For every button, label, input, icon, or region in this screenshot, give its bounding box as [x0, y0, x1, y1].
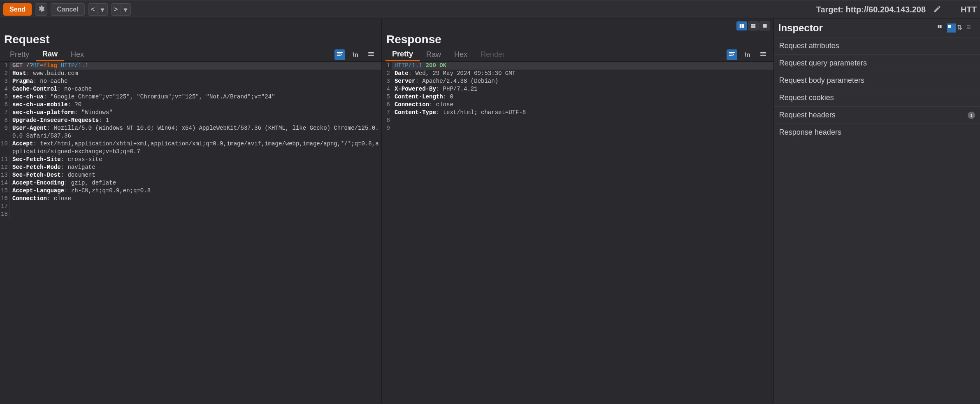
inspector-item[interactable]: Request cookies	[774, 89, 980, 107]
code-content[interactable]: Accept-Language: zh-CN,zh;q=0.9,en;q=0.8	[10, 187, 381, 195]
code-content[interactable]: Date: Wed, 29 May 2024 09:53:30 GMT	[392, 70, 773, 77]
response-pane: Response Pretty Raw Hex Render	[382, 19, 774, 404]
history-back-button[interactable]: <	[88, 3, 98, 16]
expand-icon: ⇅	[957, 24, 962, 31]
request-title: Request	[4, 33, 49, 46]
line-number: 17	[0, 203, 10, 210]
wrap-icon	[336, 50, 344, 59]
code-line: 9	[382, 124, 773, 132]
line-number: 10	[0, 140, 10, 148]
request-editor[interactable]: 1GET /?BE=flag HTTP/1.12Host: www.baidu.…	[0, 62, 381, 404]
wrap-lines-toggle[interactable]	[727, 49, 737, 60]
inspector-item-label: Response headers	[779, 128, 841, 137]
response-layout-controls	[736, 21, 770, 30]
code-line: 6Connection: close	[382, 101, 773, 109]
code-line: 8	[382, 117, 773, 124]
layout-single[interactable]	[759, 21, 770, 30]
wrap-lines-toggle[interactable]	[334, 49, 345, 60]
inspector-item[interactable]: Response headers	[774, 124, 980, 141]
inspector-item-label: Request attributes	[779, 42, 839, 50]
code-line: 15Accept-Language: zh-CN,zh;q=0.9,en;q=0…	[0, 187, 381, 195]
code-content[interactable]: Host: www.baidu.com	[10, 70, 381, 77]
code-content[interactable]: Sec-Fetch-Dest: document	[10, 171, 381, 179]
inspector-item[interactable]: Request query parameters	[774, 55, 980, 72]
protocol-label[interactable]: HTT	[961, 5, 977, 14]
line-number: 5	[0, 93, 10, 101]
hamburger-icon	[367, 50, 375, 59]
settings-button[interactable]	[35, 3, 47, 16]
code-content[interactable]: Server: Apache/2.4.38 (Debian)	[392, 77, 773, 85]
code-content[interactable]: Accept-Encoding: gzip, deflate	[10, 179, 381, 187]
code-line: 8Upgrade-Insecure-Requests: 1	[0, 117, 381, 124]
edit-target-button[interactable]	[933, 5, 941, 14]
code-content[interactable]: sec-ch-ua: "Google Chrome";v="125", "Chr…	[10, 93, 381, 101]
history-fwd-button[interactable]: >	[111, 3, 121, 16]
layout-split-horizontal[interactable]	[748, 21, 759, 30]
editor-menu[interactable]	[758, 49, 769, 60]
request-pane: Request Pretty Raw Hex \n 1GET /?BE=flag…	[0, 19, 382, 404]
svg-rect-2	[751, 24, 756, 26]
code-content[interactable]: Content-Type: text/html; charset=UTF-8	[392, 109, 773, 117]
code-content[interactable]: sec-ch-ua-mobile: ?0	[10, 101, 381, 109]
response-title: Response	[386, 33, 441, 46]
code-content[interactable]: User-Agent: Mozilla/5.0 (Windows NT 10.0…	[10, 124, 381, 140]
code-content[interactable]: Connection: close	[392, 101, 773, 109]
tab-raw[interactable]: Raw	[36, 48, 64, 61]
history-back-group: < ▾	[88, 3, 108, 16]
history-fwd-menu[interactable]: ▾	[121, 3, 131, 16]
line-number: 9	[0, 124, 10, 132]
line-number: 1	[382, 62, 392, 70]
inspector-title: Inspector	[778, 22, 936, 34]
code-content[interactable]: sec-ch-ua-platform: "Windows"	[10, 109, 381, 117]
inspector-layout-b[interactable]	[947, 23, 956, 33]
inspector-item[interactable]: Request headers1	[774, 107, 980, 124]
line-number: 1	[0, 62, 10, 70]
tab-raw[interactable]: Raw	[420, 48, 448, 61]
show-newlines-toggle[interactable]: \n	[742, 49, 753, 60]
history-back-menu[interactable]: ▾	[98, 3, 108, 16]
code-content[interactable]: Content-Length: 0	[392, 93, 773, 101]
tab-pretty[interactable]: Pretty	[385, 48, 420, 61]
inspector-collapse[interactable]: ≡	[967, 23, 976, 33]
code-content[interactable]: Cache-Control: no-cache	[10, 85, 381, 93]
inspector-item[interactable]: Request body parameters	[774, 72, 980, 89]
newline-icon: \n	[353, 51, 358, 58]
code-content[interactable]: GET /?BE=flag HTTP/1.1	[10, 62, 381, 70]
code-content[interactable]: Pragma: no-cache	[10, 77, 381, 85]
line-number: 6	[382, 101, 392, 109]
send-button[interactable]: Send	[3, 3, 32, 16]
tab-render[interactable]: Render	[474, 48, 511, 61]
line-number: 2	[0, 70, 10, 77]
code-content[interactable]: Accept: text/html,application/xhtml+xml,…	[10, 140, 381, 156]
tab-pretty[interactable]: Pretty	[3, 48, 36, 61]
inspector-expand[interactable]: ⇅	[957, 23, 966, 33]
inspector-layout-a[interactable]	[937, 23, 946, 33]
code-content[interactable]: Sec-Fetch-Site: cross-site	[10, 156, 381, 163]
inspector-item-label: Request headers	[779, 111, 836, 119]
code-line: 12Sec-Fetch-Mode: navigate	[0, 163, 381, 171]
code-content[interactable]: HTTP/1.1 200 OK	[392, 62, 773, 70]
code-content[interactable]: Upgrade-Insecure-Requests: 1	[10, 117, 381, 124]
response-viewer[interactable]: 1HTTP/1.1 200 OK2Date: Wed, 29 May 2024 …	[382, 62, 773, 404]
history-fwd-group: > ▾	[111, 3, 131, 16]
inspector-item[interactable]: Request attributes	[774, 37, 980, 55]
cancel-button[interactable]: Cancel	[51, 3, 84, 16]
tab-hex[interactable]: Hex	[64, 48, 91, 61]
code-line: 4Cache-Control: no-cache	[0, 85, 381, 93]
code-content[interactable]: X-Powered-By: PHP/7.4.21	[392, 85, 773, 93]
code-line: 14Accept-Encoding: gzip, deflate	[0, 179, 381, 187]
show-newlines-toggle[interactable]: \n	[350, 49, 361, 60]
inspector-item-label: Request query parameters	[779, 59, 867, 68]
target-url: http://60.204.143.208	[846, 5, 926, 14]
code-content[interactable]: Connection: close	[10, 195, 381, 203]
layout-split-vertical[interactable]	[736, 21, 747, 30]
chevron-down-icon: ▾	[124, 6, 127, 14]
collapse-icon: ≡	[967, 23, 971, 30]
code-line: 6sec-ch-ua-mobile: ?0	[0, 101, 381, 109]
tab-hex[interactable]: Hex	[448, 48, 474, 61]
line-number: 18	[0, 210, 10, 218]
editor-menu[interactable]	[366, 49, 376, 60]
code-content[interactable]: Sec-Fetch-Mode: navigate	[10, 163, 381, 171]
code-line: 16Connection: close	[0, 195, 381, 203]
newline-icon: \n	[745, 51, 750, 58]
